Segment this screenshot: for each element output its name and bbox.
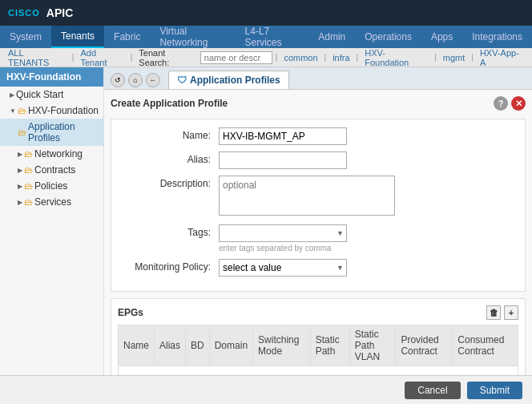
col-static-path: Static Path xyxy=(310,325,349,366)
tags-hint: enter tags separated by comma xyxy=(219,244,514,252)
sidebar-item-label: Networking xyxy=(34,148,83,160)
tab-home-btn[interactable]: ⌂ xyxy=(128,73,143,87)
tenant-link-mgmt[interactable]: mgmt xyxy=(440,53,469,63)
nav-apps[interactable]: Apps xyxy=(421,26,462,48)
nav-tenants[interactable]: Tenants xyxy=(51,26,104,48)
tags-label: Tags: xyxy=(123,224,219,238)
sidebar-item-label: Quick Start xyxy=(16,89,63,100)
sidebar-item-quickstart[interactable]: ▶ Quick Start xyxy=(0,87,103,103)
description-textarea[interactable] xyxy=(219,176,395,216)
alias-input[interactable] xyxy=(219,152,347,169)
tags-select[interactable] xyxy=(219,224,347,242)
tab-refresh-btn[interactable]: ↺ xyxy=(111,73,125,87)
description-row: Description: xyxy=(123,176,514,218)
tenant-link-hxv-foundation[interactable]: HXV-Foundation xyxy=(361,48,431,67)
name-input[interactable] xyxy=(219,127,347,145)
nav-l4l7[interactable]: L4-L7 Services xyxy=(236,26,309,48)
tags-row: Tags: ▼ enter tags separated by comma xyxy=(123,224,514,252)
sidebar-item-contracts[interactable]: ▶ 🗁 Contracts xyxy=(0,162,103,178)
sidebar-item-networking[interactable]: ▶ 🗁 Networking xyxy=(0,146,103,162)
sidebar: HXV-Foundation ▶ Quick Start ▼ 🗁 HXV-Fou… xyxy=(0,67,104,404)
sidebar-item-app-profiles[interactable]: 🗁 Application Profiles xyxy=(0,119,103,146)
monitoring-policy-select-wrapper: select a value ▼ xyxy=(219,259,347,277)
arrow-icon: ▼ xyxy=(10,107,16,115)
nav-integrations[interactable]: Integrations xyxy=(462,26,532,48)
app-title: APIC xyxy=(46,6,73,19)
name-row: Name: xyxy=(123,127,514,145)
epg-title-bar: EPGs 🗑 + xyxy=(118,305,518,320)
description-label: Description: xyxy=(123,176,219,189)
sidebar-item-hxvfoundation[interactable]: ▼ 🗁 HXV-Foundation xyxy=(0,103,103,119)
nav-operations[interactable]: Operations xyxy=(355,26,421,48)
tags-field: ▼ enter tags separated by comma xyxy=(219,224,514,252)
tags-select-wrapper: ▼ xyxy=(219,224,347,242)
nav-virtual-networking[interactable]: Virtual Networking xyxy=(150,26,235,48)
col-consumed-contract: Consumed Contract xyxy=(453,325,518,366)
main-layout: HXV-Foundation ▶ Quick Start ▼ 🗁 HXV-Fou… xyxy=(0,67,532,404)
arrow-icon: ▶ xyxy=(18,199,22,206)
name-label: Name: xyxy=(123,127,219,141)
sidebar-item-label: Contracts xyxy=(34,164,75,176)
folder-icon: 🗁 xyxy=(24,165,33,175)
folder-icon: 🗁 xyxy=(24,181,33,191)
all-tenants-link[interactable]: ALL TENANTS xyxy=(5,48,69,67)
nav-system[interactable]: System xyxy=(0,26,51,48)
folder-icon: 🗁 xyxy=(24,197,33,207)
folder-icon: 🗁 xyxy=(24,149,33,159)
shield-icon: 🛡 xyxy=(177,75,187,86)
sidebar-item-label: HXV-Foundation xyxy=(28,105,99,116)
tenant-search-label: Tenant Search: xyxy=(139,48,196,67)
cancel-button[interactable]: Cancel xyxy=(405,382,460,399)
submit-button[interactable]: Submit xyxy=(467,382,522,399)
tenant-search-input[interactable] xyxy=(200,51,272,64)
dialog-title-actions: ? ✕ xyxy=(494,96,526,111)
add-tenant-link[interactable]: Add Tenant xyxy=(77,48,127,67)
sidebar-item-label: Policies xyxy=(34,180,67,192)
col-domain: Domain xyxy=(209,325,252,366)
name-field xyxy=(219,127,514,145)
folder-icon: 🗁 xyxy=(18,127,26,137)
monitoring-policy-row: Monitoring Policy: select a value ▼ xyxy=(123,259,514,277)
nav-admin[interactable]: Admin xyxy=(308,26,355,48)
tab-app-profiles[interactable]: 🛡 Application Profiles xyxy=(168,71,289,89)
cisco-logo: CISCO xyxy=(8,8,40,18)
dialog-container: Create Application Profile ? ✕ Name: Ali… xyxy=(104,90,532,404)
epg-title-text: EPGs xyxy=(118,307,143,318)
folder-icon: 🗁 xyxy=(18,106,26,115)
arrow-icon: ▶ xyxy=(18,151,22,158)
close-button[interactable]: ✕ xyxy=(511,96,526,111)
monitoring-policy-select[interactable]: select a value xyxy=(219,259,347,277)
arrow-icon: ▶ xyxy=(18,167,22,174)
sidebar-item-policies[interactable]: ▶ 🗁 Policies xyxy=(0,178,103,194)
content-area: ↺ ⌂ ← 🛡 Application Profiles Create Appl… xyxy=(104,67,532,404)
alias-label: Alias: xyxy=(123,152,219,165)
alias-row: Alias: xyxy=(123,152,514,169)
arrow-icon: ▶ xyxy=(18,183,22,190)
monitoring-policy-field: select a value ▼ xyxy=(219,259,514,277)
tenant-link-infra[interactable]: infra xyxy=(329,53,353,63)
arrow-icon: ▶ xyxy=(10,91,14,99)
help-button[interactable]: ? xyxy=(494,96,508,111)
col-name: Name xyxy=(119,325,155,366)
sidebar-item-label: Application Profiles xyxy=(28,121,99,143)
tab-label: Application Profiles xyxy=(190,75,280,86)
nav-bar: System Tenants Fabric Virtual Networking… xyxy=(0,26,532,48)
tenant-link-hxv-app-a[interactable]: HXV-App-A xyxy=(477,48,527,67)
alias-field xyxy=(219,152,514,169)
col-bd: BD xyxy=(186,325,210,366)
top-bar: CISCO APIC xyxy=(0,0,532,26)
tenant-link-common[interactable]: common xyxy=(280,53,320,63)
epg-add-btn[interactable]: + xyxy=(504,305,518,320)
tab-bar: ↺ ⌂ ← 🛡 Application Profiles xyxy=(104,67,532,90)
sidebar-header: HXV-Foundation xyxy=(0,67,103,87)
epg-actions: 🗑 + xyxy=(486,305,518,320)
sidebar-item-services[interactable]: ▶ 🗁 Services xyxy=(0,194,103,210)
epg-delete-btn[interactable]: 🗑 xyxy=(486,305,501,320)
nav-fabric[interactable]: Fabric xyxy=(104,26,150,48)
dialog-title-text: Create Application Profile xyxy=(111,98,228,109)
tab-back-btn[interactable]: ← xyxy=(146,73,160,87)
tenant-bar: ALL TENANTS | Add Tenant | Tenant Search… xyxy=(0,48,532,67)
sidebar-item-label: Services xyxy=(34,196,71,208)
dialog-title-bar: Create Application Profile ? ✕ xyxy=(111,96,526,111)
description-field xyxy=(219,176,514,218)
